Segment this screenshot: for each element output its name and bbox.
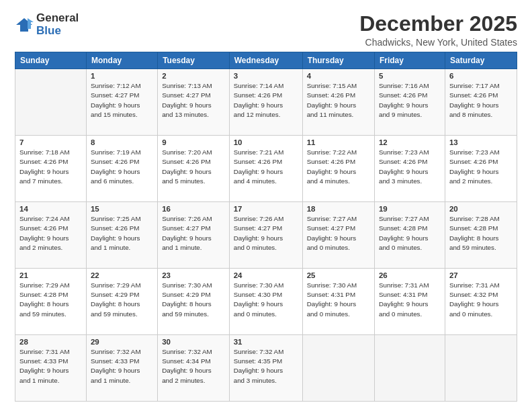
calendar-cell xyxy=(374,335,445,402)
day-number: 16 xyxy=(162,205,225,213)
weekday-header-saturday: Saturday xyxy=(445,52,517,69)
calendar-cell: 31Sunrise: 7:32 AM Sunset: 4:35 PM Dayli… xyxy=(229,335,302,402)
month-title: December 2025 xyxy=(359,12,517,36)
calendar-cell: 23Sunrise: 7:30 AM Sunset: 4:29 PM Dayli… xyxy=(158,269,230,335)
day-number: 27 xyxy=(449,271,513,279)
calendar-cell: 16Sunrise: 7:26 AM Sunset: 4:27 PM Dayli… xyxy=(158,202,230,269)
day-number: 17 xyxy=(234,205,298,213)
logo-blue-text: Blue xyxy=(36,25,79,38)
calendar-cell xyxy=(15,69,87,136)
calendar-week-5: 28Sunrise: 7:31 AM Sunset: 4:33 PM Dayli… xyxy=(15,335,517,402)
weekday-header-friday: Friday xyxy=(374,52,445,69)
calendar-cell xyxy=(445,335,517,402)
day-number: 15 xyxy=(91,205,153,213)
day-number: 12 xyxy=(379,138,441,146)
day-number: 2 xyxy=(162,72,225,80)
day-number: 3 xyxy=(234,72,298,80)
day-info: Sunrise: 7:27 AM Sunset: 4:27 PM Dayligh… xyxy=(307,214,370,253)
calendar-cell: 18Sunrise: 7:27 AM Sunset: 4:27 PM Dayli… xyxy=(302,202,374,269)
calendar-cell: 4Sunrise: 7:15 AM Sunset: 4:26 PM Daylig… xyxy=(302,69,374,136)
day-info: Sunrise: 7:24 AM Sunset: 4:26 PM Dayligh… xyxy=(19,214,82,253)
calendar-cell: 10Sunrise: 7:21 AM Sunset: 4:26 PM Dayli… xyxy=(229,136,302,202)
logo-icon xyxy=(15,15,34,34)
calendar-cell: 11Sunrise: 7:22 AM Sunset: 4:26 PM Dayli… xyxy=(302,136,374,202)
day-info: Sunrise: 7:21 AM Sunset: 4:26 PM Dayligh… xyxy=(234,148,298,186)
calendar-cell: 30Sunrise: 7:32 AM Sunset: 4:34 PM Dayli… xyxy=(158,335,230,402)
day-info: Sunrise: 7:12 AM Sunset: 4:27 PM Dayligh… xyxy=(91,81,153,120)
day-info: Sunrise: 7:26 AM Sunset: 4:27 PM Dayligh… xyxy=(162,214,225,253)
day-info: Sunrise: 7:29 AM Sunset: 4:29 PM Dayligh… xyxy=(91,281,153,319)
calendar-cell: 28Sunrise: 7:31 AM Sunset: 4:33 PM Dayli… xyxy=(15,335,87,402)
day-info: Sunrise: 7:32 AM Sunset: 4:34 PM Dayligh… xyxy=(162,347,225,385)
day-info: Sunrise: 7:13 AM Sunset: 4:27 PM Dayligh… xyxy=(162,81,225,120)
day-info: Sunrise: 7:31 AM Sunset: 4:32 PM Dayligh… xyxy=(449,281,513,319)
calendar-week-3: 14Sunrise: 7:24 AM Sunset: 4:26 PM Dayli… xyxy=(15,202,517,269)
day-info: Sunrise: 7:32 AM Sunset: 4:35 PM Dayligh… xyxy=(234,347,298,385)
calendar-cell: 12Sunrise: 7:23 AM Sunset: 4:26 PM Dayli… xyxy=(374,136,445,202)
day-info: Sunrise: 7:32 AM Sunset: 4:33 PM Dayligh… xyxy=(91,347,153,385)
calendar-cell: 1Sunrise: 7:12 AM Sunset: 4:27 PM Daylig… xyxy=(86,69,157,136)
day-info: Sunrise: 7:27 AM Sunset: 4:28 PM Dayligh… xyxy=(379,214,441,253)
calendar-cell: 7Sunrise: 7:18 AM Sunset: 4:26 PM Daylig… xyxy=(15,136,87,202)
svg-marker-1 xyxy=(28,18,34,29)
weekday-header-sunday: Sunday xyxy=(15,52,87,69)
logo-text: General Blue xyxy=(36,12,79,37)
calendar-cell: 25Sunrise: 7:30 AM Sunset: 4:31 PM Dayli… xyxy=(302,269,374,335)
day-info: Sunrise: 7:17 AM Sunset: 4:26 PM Dayligh… xyxy=(449,81,513,120)
calendar-cell: 14Sunrise: 7:24 AM Sunset: 4:26 PM Dayli… xyxy=(15,202,87,269)
day-info: Sunrise: 7:23 AM Sunset: 4:26 PM Dayligh… xyxy=(449,148,513,186)
day-number: 22 xyxy=(91,271,153,279)
day-info: Sunrise: 7:30 AM Sunset: 4:30 PM Dayligh… xyxy=(234,281,298,319)
calendar-cell: 8Sunrise: 7:19 AM Sunset: 4:26 PM Daylig… xyxy=(86,136,157,202)
calendar-cell: 29Sunrise: 7:32 AM Sunset: 4:33 PM Dayli… xyxy=(86,335,157,402)
calendar-cell: 21Sunrise: 7:29 AM Sunset: 4:28 PM Dayli… xyxy=(15,269,87,335)
calendar-cell: 22Sunrise: 7:29 AM Sunset: 4:29 PM Dayli… xyxy=(86,269,157,335)
day-number: 9 xyxy=(162,138,225,146)
calendar-cell: 9Sunrise: 7:20 AM Sunset: 4:26 PM Daylig… xyxy=(158,136,230,202)
weekday-header-wednesday: Wednesday xyxy=(229,52,302,69)
day-number: 7 xyxy=(19,138,82,146)
weekday-header-thursday: Thursday xyxy=(302,52,374,69)
day-number: 23 xyxy=(162,271,225,279)
logo-area: General Blue xyxy=(15,12,79,37)
day-info: Sunrise: 7:25 AM Sunset: 4:26 PM Dayligh… xyxy=(91,214,153,253)
calendar-cell xyxy=(302,335,374,402)
calendar-cell: 2Sunrise: 7:13 AM Sunset: 4:27 PM Daylig… xyxy=(158,69,230,136)
day-number: 10 xyxy=(234,138,298,146)
day-number: 4 xyxy=(307,72,370,80)
day-info: Sunrise: 7:31 AM Sunset: 4:31 PM Dayligh… xyxy=(379,281,441,319)
calendar-cell: 20Sunrise: 7:28 AM Sunset: 4:28 PM Dayli… xyxy=(445,202,517,269)
day-info: Sunrise: 7:18 AM Sunset: 4:26 PM Dayligh… xyxy=(19,148,82,186)
day-info: Sunrise: 7:14 AM Sunset: 4:26 PM Dayligh… xyxy=(234,81,298,120)
day-number: 28 xyxy=(19,338,82,346)
day-info: Sunrise: 7:30 AM Sunset: 4:29 PM Dayligh… xyxy=(162,281,225,319)
calendar-cell: 24Sunrise: 7:30 AM Sunset: 4:30 PM Dayli… xyxy=(229,269,302,335)
day-info: Sunrise: 7:26 AM Sunset: 4:27 PM Dayligh… xyxy=(234,214,298,253)
day-info: Sunrise: 7:20 AM Sunset: 4:26 PM Dayligh… xyxy=(162,148,225,186)
day-number: 26 xyxy=(379,271,441,279)
day-number: 8 xyxy=(91,138,153,146)
header: General Blue December 2025 Chadwicks, Ne… xyxy=(15,12,517,48)
day-info: Sunrise: 7:15 AM Sunset: 4:26 PM Dayligh… xyxy=(307,81,370,120)
calendar-body: 1Sunrise: 7:12 AM Sunset: 4:27 PM Daylig… xyxy=(15,69,517,402)
calendar-cell: 15Sunrise: 7:25 AM Sunset: 4:26 PM Dayli… xyxy=(86,202,157,269)
calendar-cell: 19Sunrise: 7:27 AM Sunset: 4:28 PM Dayli… xyxy=(374,202,445,269)
day-number: 24 xyxy=(234,271,298,279)
day-info: Sunrise: 7:28 AM Sunset: 4:28 PM Dayligh… xyxy=(449,214,513,253)
calendar-week-1: 1Sunrise: 7:12 AM Sunset: 4:27 PM Daylig… xyxy=(15,69,517,136)
calendar-header: SundayMondayTuesdayWednesdayThursdayFrid… xyxy=(15,52,517,69)
day-info: Sunrise: 7:23 AM Sunset: 4:26 PM Dayligh… xyxy=(379,148,441,186)
day-info: Sunrise: 7:29 AM Sunset: 4:28 PM Dayligh… xyxy=(19,281,82,319)
day-number: 5 xyxy=(379,72,441,80)
day-info: Sunrise: 7:19 AM Sunset: 4:26 PM Dayligh… xyxy=(91,148,153,186)
calendar-table: SundayMondayTuesdayWednesdayThursdayFrid… xyxy=(15,52,517,402)
logo-general-text: General xyxy=(36,12,79,25)
calendar-week-2: 7Sunrise: 7:18 AM Sunset: 4:26 PM Daylig… xyxy=(15,136,517,202)
calendar-cell: 17Sunrise: 7:26 AM Sunset: 4:27 PM Dayli… xyxy=(229,202,302,269)
day-number: 19 xyxy=(379,205,441,213)
day-number: 21 xyxy=(19,271,82,279)
day-info: Sunrise: 7:31 AM Sunset: 4:33 PM Dayligh… xyxy=(19,347,82,385)
day-info: Sunrise: 7:22 AM Sunset: 4:26 PM Dayligh… xyxy=(307,148,370,186)
title-area: December 2025 Chadwicks, New York, Unite… xyxy=(359,12,517,48)
calendar-cell: 27Sunrise: 7:31 AM Sunset: 4:32 PM Dayli… xyxy=(445,269,517,335)
